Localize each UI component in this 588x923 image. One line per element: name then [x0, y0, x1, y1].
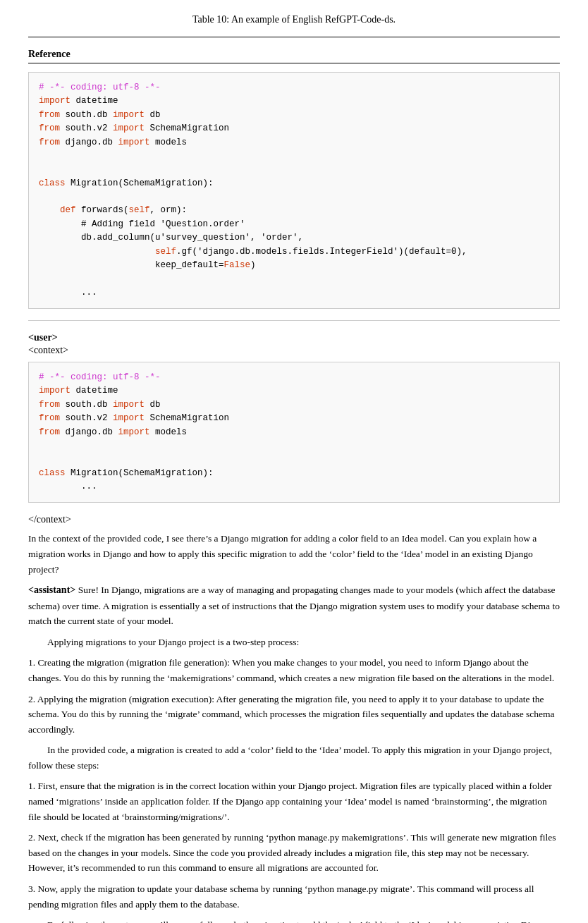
context-tag: <context>	[28, 345, 560, 356]
section-divider-1	[28, 320, 560, 321]
reference-header: Reference	[28, 43, 560, 63]
assistant-response-8: By following these steps, you’ll success…	[28, 917, 560, 923]
assistant-response-0: Sure! In Django, migrations are a way of…	[28, 585, 560, 626]
user-question: In the context of the provided code, I s…	[28, 531, 560, 577]
user-tag: <user>	[28, 332, 560, 343]
assistant-response-5: 1. First, ensure that the migration is i…	[28, 778, 560, 824]
assistant-intro: <assistant> Sure! In Django, migrations …	[28, 582, 560, 629]
reference-code-block: # -*- coding: utf-8 -*- import datetime …	[28, 72, 560, 309]
context-code-block: # -*- coding: utf-8 -*- import datetime …	[28, 362, 560, 503]
assistant-response-4: In the provided code, a migration is cre…	[28, 742, 560, 773]
assistant-response-1: Applying migrations to your Django proje…	[28, 635, 560, 650]
assistant-response-6: 2. Next, check if the migration has been…	[28, 830, 560, 876]
top-divider	[28, 37, 560, 37]
page-title: Table 10: An example of English RefGPT-C…	[28, 14, 560, 25]
end-context-tag: </context>	[28, 514, 560, 525]
assistant-response-2: 1. Creating the migration (migration fil…	[28, 655, 560, 685]
assistant-tag: <assistant>	[28, 585, 75, 595]
assistant-response-7: 3. Now, apply the migration to update yo…	[28, 881, 560, 912]
assistant-response-3: 2. Applying the migration (migration exe…	[28, 692, 560, 738]
